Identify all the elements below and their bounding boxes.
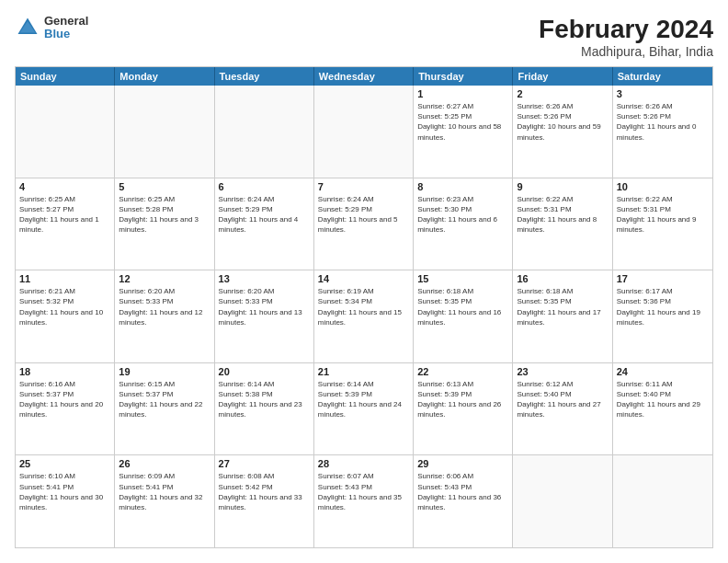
- day-info: Sunrise: 6:26 AM Sunset: 5:26 PM Dayligh…: [617, 101, 709, 143]
- week-row-1: 1Sunrise: 6:27 AM Sunset: 5:25 PM Daylig…: [16, 86, 712, 178]
- day-cell: [16, 86, 115, 178]
- day-info: Sunrise: 6:25 AM Sunset: 5:28 PM Dayligh…: [119, 194, 210, 236]
- day-info: Sunrise: 6:23 AM Sunset: 5:30 PM Dayligh…: [417, 194, 508, 236]
- day-info: Sunrise: 6:24 AM Sunset: 5:29 PM Dayligh…: [219, 194, 310, 236]
- day-number: 10: [617, 181, 709, 192]
- day-info: Sunrise: 6:24 AM Sunset: 5:29 PM Dayligh…: [318, 194, 409, 236]
- day-info: Sunrise: 6:20 AM Sunset: 5:33 PM Dayligh…: [119, 286, 210, 327]
- day-number: 12: [119, 273, 210, 284]
- day-number: 17: [617, 273, 709, 284]
- logo-general: General: [44, 15, 88, 28]
- day-cell: 8Sunrise: 6:23 AM Sunset: 5:30 PM Daylig…: [414, 178, 513, 270]
- day-header-monday: Monday: [115, 67, 214, 86]
- day-cell: 2Sunrise: 6:26 AM Sunset: 5:26 PM Daylig…: [513, 86, 612, 178]
- day-cell: 23Sunrise: 6:12 AM Sunset: 5:40 PM Dayli…: [513, 363, 612, 455]
- logo-icon: [15, 15, 40, 40]
- day-number: 13: [219, 273, 310, 284]
- day-number: 27: [219, 458, 310, 469]
- logo-text: General Blue: [44, 15, 88, 41]
- main-title: February 2024: [539, 15, 713, 44]
- logo-blue: Blue: [44, 28, 88, 40]
- day-cell: 29Sunrise: 6:06 AM Sunset: 5:43 PM Dayli…: [414, 455, 513, 547]
- day-number: 2: [517, 88, 608, 99]
- day-info: Sunrise: 6:14 AM Sunset: 5:39 PM Dayligh…: [318, 379, 409, 420]
- week-row-2: 4Sunrise: 6:25 AM Sunset: 5:27 PM Daylig…: [16, 178, 712, 270]
- day-info: Sunrise: 6:09 AM Sunset: 5:41 PM Dayligh…: [119, 471, 210, 512]
- week-row-3: 11Sunrise: 6:21 AM Sunset: 5:32 PM Dayli…: [16, 270, 712, 362]
- day-header-friday: Friday: [513, 67, 612, 86]
- day-number: 6: [219, 181, 310, 192]
- day-number: 25: [19, 458, 110, 469]
- day-cell: [513, 455, 612, 547]
- day-cell: [115, 86, 214, 178]
- day-number: 29: [417, 458, 508, 469]
- day-cell: [613, 455, 712, 547]
- day-info: Sunrise: 6:06 AM Sunset: 5:43 PM Dayligh…: [417, 471, 508, 512]
- day-number: 3: [617, 88, 709, 99]
- day-number: 7: [318, 181, 409, 192]
- day-header-tuesday: Tuesday: [215, 67, 314, 86]
- day-info: Sunrise: 6:22 AM Sunset: 5:31 PM Dayligh…: [517, 194, 608, 236]
- day-number: 1: [417, 88, 508, 99]
- day-number: 28: [318, 458, 409, 469]
- day-info: Sunrise: 6:22 AM Sunset: 5:31 PM Dayligh…: [617, 194, 709, 236]
- day-info: Sunrise: 6:17 AM Sunset: 5:36 PM Dayligh…: [617, 286, 709, 327]
- day-cell: 16Sunrise: 6:18 AM Sunset: 5:35 PM Dayli…: [513, 270, 612, 362]
- day-info: Sunrise: 6:20 AM Sunset: 5:33 PM Dayligh…: [219, 286, 310, 327]
- logo: General Blue: [15, 15, 88, 41]
- day-number: 15: [417, 273, 508, 284]
- week-row-5: 25Sunrise: 6:10 AM Sunset: 5:41 PM Dayli…: [16, 454, 712, 547]
- week-row-4: 18Sunrise: 6:16 AM Sunset: 5:37 PM Dayli…: [16, 362, 712, 455]
- calendar: SundayMondayTuesdayWednesdayThursdayFrid…: [15, 66, 713, 548]
- day-cell: 12Sunrise: 6:20 AM Sunset: 5:33 PM Dayli…: [115, 270, 214, 362]
- day-cell: 3Sunrise: 6:26 AM Sunset: 5:26 PM Daylig…: [613, 86, 712, 178]
- day-info: Sunrise: 6:16 AM Sunset: 5:37 PM Dayligh…: [19, 379, 110, 420]
- day-cell: 1Sunrise: 6:27 AM Sunset: 5:25 PM Daylig…: [414, 86, 513, 178]
- day-cell: 21Sunrise: 6:14 AM Sunset: 5:39 PM Dayli…: [314, 363, 414, 455]
- day-number: 19: [119, 366, 210, 377]
- day-number: 14: [318, 273, 409, 284]
- day-info: Sunrise: 6:15 AM Sunset: 5:37 PM Dayligh…: [119, 379, 210, 420]
- title-section: February 2024 Madhipura, Bihar, India: [539, 15, 713, 59]
- day-cell: 26Sunrise: 6:09 AM Sunset: 5:41 PM Dayli…: [115, 455, 214, 547]
- day-number: 8: [417, 181, 508, 192]
- day-cell: 22Sunrise: 6:13 AM Sunset: 5:39 PM Dayli…: [414, 363, 513, 455]
- day-cell: 10Sunrise: 6:22 AM Sunset: 5:31 PM Dayli…: [613, 178, 712, 270]
- day-header-saturday: Saturday: [613, 67, 712, 86]
- day-number: 11: [19, 273, 110, 284]
- day-number: 4: [19, 181, 110, 192]
- day-cell: 15Sunrise: 6:18 AM Sunset: 5:35 PM Dayli…: [414, 270, 513, 362]
- day-info: Sunrise: 6:19 AM Sunset: 5:34 PM Dayligh…: [318, 286, 409, 327]
- day-cell: 28Sunrise: 6:07 AM Sunset: 5:43 PM Dayli…: [314, 455, 414, 547]
- day-number: 9: [517, 181, 608, 192]
- day-number: 18: [19, 366, 110, 377]
- day-cell: 27Sunrise: 6:08 AM Sunset: 5:42 PM Dayli…: [215, 455, 314, 547]
- day-info: Sunrise: 6:11 AM Sunset: 5:40 PM Dayligh…: [617, 379, 709, 420]
- day-cell: 17Sunrise: 6:17 AM Sunset: 5:36 PM Dayli…: [613, 270, 712, 362]
- day-cell: 6Sunrise: 6:24 AM Sunset: 5:29 PM Daylig…: [215, 178, 314, 270]
- day-number: 26: [119, 458, 210, 469]
- day-info: Sunrise: 6:25 AM Sunset: 5:27 PM Dayligh…: [19, 194, 110, 236]
- day-cell: 4Sunrise: 6:25 AM Sunset: 5:27 PM Daylig…: [16, 178, 115, 270]
- day-info: Sunrise: 6:18 AM Sunset: 5:35 PM Dayligh…: [517, 286, 608, 327]
- day-number: 24: [617, 366, 709, 377]
- day-number: 22: [417, 366, 508, 377]
- day-info: Sunrise: 6:08 AM Sunset: 5:42 PM Dayligh…: [219, 471, 310, 512]
- day-number: 5: [119, 181, 210, 192]
- day-cell: 11Sunrise: 6:21 AM Sunset: 5:32 PM Dayli…: [16, 270, 115, 362]
- calendar-header: SundayMondayTuesdayWednesdayThursdayFrid…: [16, 67, 712, 86]
- subtitle: Madhipura, Bihar, India: [539, 44, 713, 59]
- day-cell: 19Sunrise: 6:15 AM Sunset: 5:37 PM Dayli…: [115, 363, 214, 455]
- header: General Blue February 2024 Madhipura, Bi…: [15, 15, 713, 59]
- calendar-body: 1Sunrise: 6:27 AM Sunset: 5:25 PM Daylig…: [16, 86, 712, 547]
- day-cell: 13Sunrise: 6:20 AM Sunset: 5:33 PM Dayli…: [215, 270, 314, 362]
- day-number: 20: [219, 366, 310, 377]
- day-header-thursday: Thursday: [414, 67, 513, 86]
- day-cell: 7Sunrise: 6:24 AM Sunset: 5:29 PM Daylig…: [314, 178, 414, 270]
- day-info: Sunrise: 6:26 AM Sunset: 5:26 PM Dayligh…: [517, 101, 608, 143]
- day-info: Sunrise: 6:13 AM Sunset: 5:39 PM Dayligh…: [417, 379, 508, 420]
- day-info: Sunrise: 6:14 AM Sunset: 5:38 PM Dayligh…: [219, 379, 310, 420]
- day-number: 21: [318, 366, 409, 377]
- day-cell: 20Sunrise: 6:14 AM Sunset: 5:38 PM Dayli…: [215, 363, 314, 455]
- day-number: 16: [517, 273, 608, 284]
